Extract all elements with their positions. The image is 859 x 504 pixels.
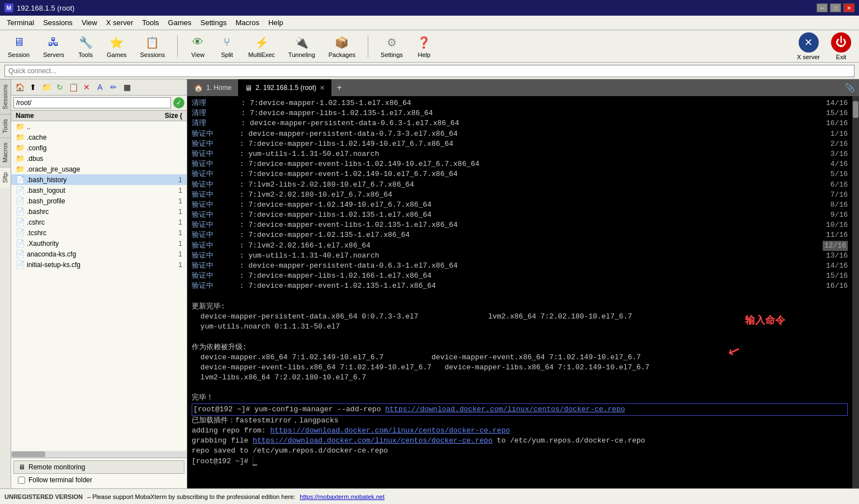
file-item-xauthority[interactable]: 📄 .Xauthority 1 — [11, 238, 187, 249]
window-title: 192.168.1.5 (root) — [17, 4, 74, 12]
file-tool-copy[interactable]: 📋 — [67, 81, 79, 93]
file-item-bash-history[interactable]: 📄 .bash_history 1 — [11, 174, 187, 185]
file-tool-newfolder[interactable]: 📁 — [40, 81, 53, 93]
terminal-vscrollbar[interactable] — [852, 96, 859, 488]
menu-tools[interactable]: Tools — [137, 17, 163, 28]
toolbar-view[interactable]: 👁 View — [187, 34, 209, 59]
tools-icon: 🔧 — [78, 35, 93, 50]
remote-monitor-label: Remote monitoring — [29, 463, 85, 471]
file-item-oracle[interactable]: 📁 .oracle_jre_usage — [11, 164, 187, 174]
file-item-bash-profile[interactable]: 📄 .bash_profile 1 — [11, 196, 187, 206]
toolbar-help[interactable]: ❓ Help — [413, 34, 435, 59]
file-item-anaconda[interactable]: 📄 anaconda-ks.cfg 1 — [11, 249, 187, 259]
toolbar-packages[interactable]: 📦 Packages — [325, 34, 359, 59]
sessions-icon: 📋 — [145, 35, 160, 50]
tab-remote[interactable]: 🖥 2. 192.168.1.5 (root) ✕ — [238, 79, 331, 96]
file-tool-more[interactable]: ▦ — [121, 81, 133, 93]
file-item-bashrc[interactable]: 📄 .bashrc 1 — [11, 206, 187, 217]
file-list: 📁 .. 📁 .cache 📁 .config 📁 .dbus 📁 — [11, 121, 187, 451]
status-link[interactable]: https://mobaxterm.mobatek.net — [300, 493, 385, 500]
new-tab-button[interactable]: + — [331, 80, 347, 96]
file-tool-home[interactable]: 🏠 — [13, 81, 26, 93]
file-item-cache[interactable]: 📁 .cache — [11, 132, 187, 142]
quick-connect-input[interactable] — [4, 65, 855, 77]
menu-view[interactable]: View — [77, 17, 102, 28]
file-tool-text[interactable]: A — [94, 81, 106, 93]
term-line — [192, 383, 848, 393]
toolbar-split[interactable]: ⑂ Split — [216, 34, 238, 59]
minimize-button[interactable]: ─ — [817, 3, 828, 12]
menu-games[interactable]: Games — [164, 17, 196, 28]
view-icon: 👁 — [190, 35, 206, 50]
term-line: 验证中 : yum-utils-1.1.31-40.el7.noarch 13/… — [192, 251, 848, 261]
games-label: Games — [107, 51, 126, 58]
menu-settings[interactable]: Settings — [196, 17, 231, 28]
term-prompt-line: [root@192 ~]# █ — [192, 457, 848, 467]
remote-monitor-button[interactable]: 🖥 Remote monitoring — [13, 460, 184, 474]
file-hscrollbar[interactable] — [11, 451, 187, 458]
tab-close-icon[interactable]: ✕ — [320, 84, 325, 92]
toolbar-sep2 — [368, 35, 368, 58]
close-button[interactable]: ✕ — [843, 3, 855, 12]
file-item-cshrc[interactable]: 📄 .cshrc 1 — [11, 217, 187, 227]
path-input[interactable] — [13, 97, 171, 108]
path-go-button[interactable]: ✓ — [173, 97, 184, 108]
toolbar-games[interactable]: ⭐ Games — [103, 34, 130, 59]
file-item-dbus[interactable]: 📁 .dbus — [11, 153, 187, 164]
status-message: – Please support MobaXterm by subscribin… — [87, 493, 295, 500]
path-bar: ✓ — [11, 96, 187, 111]
toolbar-tools[interactable]: 🔧 Tools — [74, 34, 97, 59]
sidebar-tab-macros[interactable]: Macros — [0, 137, 11, 167]
file-tool-edit[interactable]: ✏ — [107, 81, 120, 93]
term-line: 验证中 : 7:device-mapper-event-1.02.135-1.e… — [192, 281, 848, 291]
file-icon: 📄 — [16, 186, 25, 194]
follow-folder-row: Follow terminal folder — [13, 474, 184, 486]
term-line: 验证中 : 7:device-mapper-libs-1.02.166-1.el… — [192, 271, 848, 281]
file-toolbar: 🏠 ⬆ 📁 ↻ 📋 ✕ A ✏ ▦ — [11, 79, 187, 96]
file-tool-upload[interactable]: ⬆ — [27, 81, 39, 93]
sidebar-tab-sftp[interactable]: Sftp — [0, 167, 11, 188]
file-item-tcshrc[interactable]: 📄 .tcshrc 1 — [11, 227, 187, 238]
toolbar-exit[interactable]: ⏻ Exit — [828, 31, 855, 61]
file-item-initial-setup[interactable]: 📄 initial-setup-ks.cfg 1 — [11, 259, 187, 270]
tab-home[interactable]: 🏠 1. Home — [187, 79, 238, 96]
menu-macros[interactable]: Macros — [231, 17, 264, 28]
multiexec-icon: ⚡ — [254, 35, 269, 50]
term-line: 验证中 : 7:lvm2-2.02.166-1.el7.x86_64 12/16 — [192, 241, 848, 251]
title-bar: M 192.168.1.5 (root) ─ □ ✕ — [0, 0, 859, 16]
packages-label: Packages — [329, 51, 355, 58]
sidebar-tab-tools[interactable]: Tools — [0, 114, 11, 138]
sidebar-tab-sessions[interactable]: Sessions — [0, 79, 11, 114]
file-tool-refresh[interactable]: ↻ — [54, 81, 66, 93]
file-item-bash-logout[interactable]: 📄 .bash_logout 1 — [11, 185, 187, 196]
term-line: device-mapper.x86_64 7:1.02.149-10.el7_6… — [192, 353, 848, 363]
folder-icon: 📁 — [16, 122, 25, 131]
app-icon: M — [4, 3, 13, 12]
term-line: adding repo from: https://download.docke… — [192, 426, 848, 436]
follow-folder-label: Follow terminal folder — [29, 476, 92, 484]
follow-folder-checkbox[interactable] — [18, 477, 25, 484]
file-item-dotdot[interactable]: 📁 .. — [11, 121, 187, 132]
file-item-config[interactable]: 📁 .config — [11, 142, 187, 153]
toolbar-session[interactable]: 🖥 Session — [4, 34, 33, 59]
toolbar-xserver[interactable]: ✕ X server — [794, 31, 823, 61]
xserver-label: X server — [797, 54, 820, 60]
toolbar-servers[interactable]: 🖧 Servers — [40, 34, 68, 59]
toolbar-multiexec[interactable]: ⚡ MultiExec — [245, 34, 278, 59]
file-tool-delete[interactable]: ✕ — [80, 81, 93, 93]
tab-scroll-right[interactable]: 📎 — [841, 83, 859, 92]
menu-terminal[interactable]: Terminal — [2, 17, 39, 28]
term-cmd-line: [root@192 ~]# yum-config-manager --add-r… — [192, 403, 848, 416]
file-icon: 📄 — [16, 207, 25, 216]
menu-help[interactable]: Help — [264, 17, 288, 28]
menu-xserver[interactable]: X server — [102, 17, 137, 28]
maximize-button[interactable]: □ — [830, 3, 841, 12]
term-line: 验证中 : device-mapper-persistent-data-0.7.… — [192, 129, 848, 139]
toolbar-settings[interactable]: ⚙ Settings — [377, 34, 406, 59]
term-line: 验证中 : 7:lvm2-2.02.180-10.el7_6.7.x86_64 … — [192, 190, 848, 200]
toolbar-tunneling[interactable]: 🔌 Tunneling — [285, 34, 319, 59]
menu-sessions[interactable]: Sessions — [39, 17, 77, 28]
terminal-content[interactable]: 清理 : 7:device-mapper-1.02.135-1.el7.x86_… — [187, 96, 852, 488]
toolbar-sessions[interactable]: 📋 Sessions — [137, 34, 169, 59]
packages-icon: 📦 — [334, 35, 350, 50]
